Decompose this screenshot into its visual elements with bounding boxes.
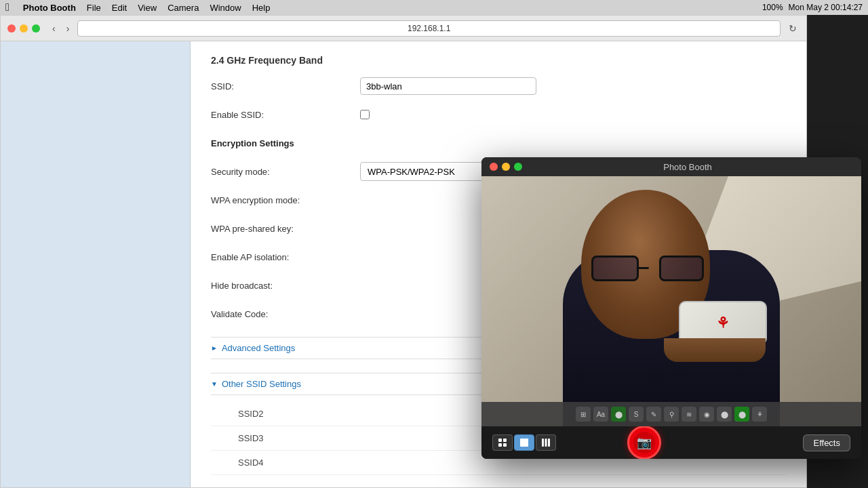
- glasses-left: [591, 256, 639, 281]
- camera-icon: 📷: [637, 435, 652, 450]
- router-sidebar: [1, 41, 191, 487]
- taskbar-icon-7[interactable]: ◉: [699, 407, 714, 422]
- photo-booth-window: Photo Booth ⚘ ⊞ Aa: [481, 157, 861, 459]
- hide-broadcast-label: Hide broadcast:: [211, 281, 360, 291]
- photo-booth-controls: 📷 Effects: [481, 426, 861, 459]
- other-ssid-toggle[interactable]: ▼ Other SSID Settings: [211, 379, 301, 389]
- advanced-settings-toggle[interactable]: ► Advanced Settings: [211, 343, 295, 353]
- huawei-logo-icon: ⚘: [716, 314, 730, 332]
- pb-window-controls: [490, 163, 522, 171]
- camera-view: ⚘ ⊞ Aa ⬤ S ✎ ⚲ ≋ ◉ ⬤ ⬤ ⚘: [481, 176, 861, 426]
- menubar:  Photo Booth File Edit View Camera Wind…: [0, 0, 868, 15]
- maximize-button[interactable]: [32, 24, 40, 33]
- taskbar-icon-green-2[interactable]: ⬤: [734, 407, 749, 422]
- encryption-settings-row: Encryption Settings: [211, 134, 786, 152]
- security-mode-label: Security mode:: [211, 167, 360, 177]
- grid-icon: [498, 438, 507, 447]
- strip-icon: [541, 438, 551, 447]
- system-taskbar-overlay: ⊞ Aa ⬤ S ✎ ⚲ ≋ ◉ ⬤ ⬤ ⚘: [481, 402, 861, 426]
- ssid3-label: SSID3: [238, 433, 264, 443]
- hand: [664, 338, 766, 362]
- taskbar-icon-4[interactable]: ✎: [646, 407, 661, 422]
- advanced-arrow-icon: ►: [211, 344, 218, 352]
- taskbar-icon-3[interactable]: S: [629, 407, 644, 422]
- glasses-right: [659, 256, 704, 281]
- svg-rect-7: [548, 439, 550, 447]
- enable-ssid-checkbox[interactable]: [360, 110, 370, 119]
- other-ssid-label: Other SSID Settings: [222, 379, 301, 389]
- effects-button[interactable]: Effects: [803, 434, 850, 451]
- reload-button[interactable]: ↻: [786, 22, 800, 35]
- svg-rect-3: [503, 443, 507, 447]
- apple-menu[interactable]: : [5, 1, 9, 14]
- pb-close-button[interactable]: [490, 163, 498, 171]
- ssid2-label: SSID2: [238, 409, 264, 419]
- wpa-preshared-label: WPA pre-shared key:: [211, 224, 360, 234]
- view-grid-button[interactable]: [492, 434, 513, 451]
- menubar-right: 100% Mon May 2 00:14:27: [762, 3, 863, 12]
- pb-minimize-button[interactable]: [502, 163, 510, 171]
- taskbar-icon-green-1[interactable]: ⬤: [611, 407, 626, 422]
- enable-ap-label: Enable AP isolation:: [211, 252, 360, 262]
- ssid-input[interactable]: [360, 77, 536, 95]
- pb-maximize-button[interactable]: [514, 163, 522, 171]
- address-bar[interactable]: 192.168.1.1: [77, 20, 781, 37]
- view-single-button[interactable]: [514, 434, 534, 451]
- photo-booth-titlebar: Photo Booth: [481, 157, 861, 176]
- capture-button-inner: 📷: [633, 432, 655, 453]
- svg-rect-5: [542, 439, 544, 447]
- taskbar-icon-8[interactable]: ⬤: [717, 407, 732, 422]
- svg-rect-4: [520, 439, 528, 447]
- window-controls: [7, 24, 40, 33]
- menu-help[interactable]: Help: [252, 3, 271, 13]
- taskbar-icon-1[interactable]: ⊞: [576, 407, 591, 422]
- glasses-bridge: [637, 267, 649, 269]
- app-name[interactable]: Photo Booth: [23, 3, 76, 13]
- close-button[interactable]: [7, 24, 16, 33]
- encryption-title: Encryption Settings: [211, 138, 360, 148]
- view-strip-button[interactable]: [536, 434, 556, 451]
- ssid-row: SSID:: [211, 77, 786, 96]
- svg-rect-6: [545, 439, 547, 447]
- ssid-label: SSID:: [211, 81, 360, 92]
- browser-toolbar: ‹ › 192.168.1.1 ↻: [1, 16, 806, 41]
- taskbar-icon-row: ⊞ Aa ⬤ S ✎ ⚲ ≋ ◉ ⬤ ⬤ ⚘: [481, 402, 861, 426]
- validate-code-label: Validate Code:: [211, 309, 360, 319]
- menu-camera[interactable]: Camera: [167, 3, 199, 13]
- taskbar-icon-huawei[interactable]: ⚘: [752, 407, 767, 422]
- taskbar-icon-6[interactable]: ≋: [682, 407, 696, 422]
- menu-window[interactable]: Window: [210, 3, 241, 13]
- minimize-button[interactable]: [20, 24, 28, 33]
- battery-indicator: 100%: [762, 3, 783, 12]
- back-button[interactable]: ‹: [50, 22, 58, 35]
- band-title: 2.4 GHz Frequency Band: [211, 55, 786, 66]
- menu-edit[interactable]: Edit: [112, 3, 127, 13]
- taskbar-icon-2[interactable]: Aa: [593, 407, 608, 422]
- clock: Mon May 2 00:14:27: [789, 3, 863, 12]
- enable-ssid-label: Enable SSID:: [211, 110, 360, 120]
- forward-button[interactable]: ›: [64, 22, 73, 35]
- other-ssid-arrow-icon: ▼: [211, 380, 218, 388]
- view-mode-buttons: [492, 434, 556, 451]
- svg-rect-0: [498, 439, 502, 442]
- capture-button[interactable]: 📷: [627, 426, 661, 459]
- single-view-icon: [519, 438, 529, 447]
- menu-file[interactable]: File: [87, 3, 101, 13]
- taskbar-icon-5[interactable]: ⚲: [664, 407, 679, 422]
- advanced-settings-label: Advanced Settings: [222, 343, 295, 353]
- photo-booth-title: Photo Booth: [522, 162, 853, 172]
- wpa-encryption-label: WPA encryption mode:: [211, 195, 360, 205]
- svg-rect-1: [503, 439, 507, 442]
- menu-view[interactable]: View: [138, 3, 157, 13]
- svg-rect-2: [498, 443, 502, 447]
- address-text: 192.168.1.1: [408, 24, 450, 33]
- ssid4-label: SSID4: [238, 458, 264, 468]
- enable-ssid-row: Enable SSID:: [211, 105, 786, 124]
